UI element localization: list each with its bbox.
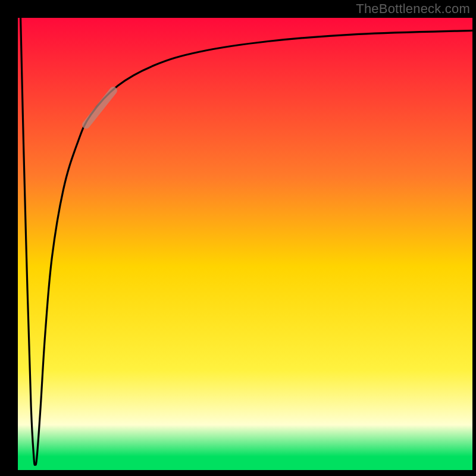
- chart-stage: TheBottleneck.com: [0, 0, 476, 476]
- plot-background-gradient: [18, 18, 472, 470]
- bottleneck-chart: [0, 0, 476, 476]
